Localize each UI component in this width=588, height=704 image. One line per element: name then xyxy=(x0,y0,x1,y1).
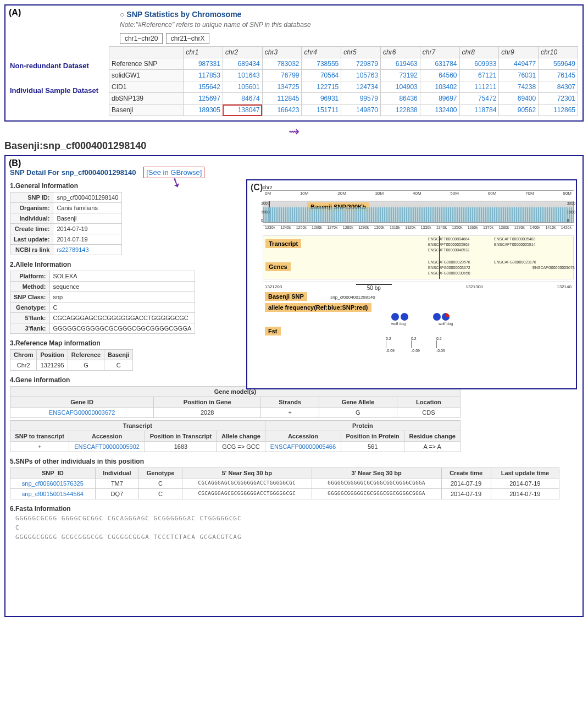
gene-lbl-9[interactable]: ENSCAFG00000003678 xyxy=(532,266,575,270)
stats-cell[interactable]: 96931 xyxy=(302,93,341,105)
tick: 1380k xyxy=(498,226,509,235)
other-cell: snp_cf0015001544564 xyxy=(10,489,96,499)
stats-cell[interactable]: 738555 xyxy=(302,58,341,70)
other-cell: TM7 xyxy=(95,479,139,489)
gene-id-link[interactable]: ENSCAFG00000003672 xyxy=(49,409,115,416)
gh24: Accession xyxy=(265,431,341,442)
stats-cell[interactable]: 783032 xyxy=(262,58,302,70)
stats-cell[interactable]: 70564 xyxy=(302,70,341,81)
general-table-lbl-0: SNP ID: xyxy=(10,193,53,203)
stats-cell[interactable]: 134725 xyxy=(262,81,302,93)
stats-cell[interactable]: 118784 xyxy=(459,105,499,116)
ncbi-link[interactable]: rs22789143 xyxy=(57,246,88,253)
transcript-link[interactable]: ENSCAFT00000005902 xyxy=(74,443,140,450)
stats-cell[interactable]: 84674 xyxy=(223,93,262,105)
stats-cell[interactable]: 122838 xyxy=(381,105,420,116)
gene-lbl-3[interactable]: ENSCAFT00000035483 xyxy=(494,237,536,241)
panel-b-label: (B) xyxy=(9,158,21,168)
allele-table-lbl-1: Method: xyxy=(10,282,50,292)
other-h-3: 5' Near Seq 30 bp xyxy=(182,468,312,479)
stats-cell[interactable]: 89697 xyxy=(420,93,459,105)
stats-cell[interactable]: 124734 xyxy=(341,81,381,93)
stats-cell[interactable]: 559649 xyxy=(539,58,578,70)
stats-cell[interactable]: 117853 xyxy=(184,70,223,81)
stats-col-7: chr7 xyxy=(420,47,459,58)
stats-cell[interactable]: 76145 xyxy=(539,70,578,81)
refmap-c0: Chr2 xyxy=(10,360,37,371)
stats-cell[interactable]: 987331 xyxy=(184,58,223,70)
tick: 1230k xyxy=(265,226,275,235)
stats-cell[interactable]: 149870 xyxy=(341,105,381,116)
stats-cell[interactable]: 138047 xyxy=(223,105,262,116)
fst3: -0.09 xyxy=(411,349,420,353)
gene-lbl-6[interactable]: ENSCAFG00000003672 xyxy=(428,266,470,270)
refmap-c3: C xyxy=(104,360,133,371)
stats-cell[interactable]: 84307 xyxy=(539,81,578,93)
stats-cell[interactable]: 86436 xyxy=(381,93,420,105)
stats-cell[interactable]: 105601 xyxy=(223,81,262,93)
stats-cell[interactable]: 166423 xyxy=(262,105,302,116)
snp-marker-label[interactable]: snp_cf0004001298140 xyxy=(330,295,375,300)
stats-cell[interactable]: 122715 xyxy=(302,81,341,93)
stats-cell[interactable]: 609933 xyxy=(459,58,499,70)
stats-cell[interactable]: 64560 xyxy=(420,70,459,81)
protein-link[interactable]: ENSCAFP00000005466 xyxy=(270,443,336,450)
stats-cell[interactable]: 76799 xyxy=(262,70,302,81)
stats-cell[interactable]: 112865 xyxy=(539,105,578,116)
allele-table-lbl-2: SNP Class: xyxy=(10,292,50,302)
tick-b2: 132140 xyxy=(557,284,572,291)
stats-cell[interactable]: 74238 xyxy=(499,81,539,93)
stats-cell[interactable]: 90562 xyxy=(499,105,539,116)
gene-lbl-0[interactable]: ENSCAFT00000004664 xyxy=(428,237,470,241)
other-snp-link[interactable]: snp_cf0015001544564 xyxy=(22,491,84,497)
gene-lbl-4[interactable]: ENSCAFT00000005914 xyxy=(494,243,536,246)
stats-cell[interactable]: 189305 xyxy=(184,105,223,116)
ref-dot-icon3 xyxy=(433,313,441,321)
stats-cell[interactable]: 111211 xyxy=(459,81,499,93)
stats-col-4: chr4 xyxy=(302,47,341,58)
stats-cell[interactable]: 125697 xyxy=(184,93,223,105)
gene-lbl-5[interactable]: ENSCAFG00000029576 xyxy=(428,260,470,264)
grp0: wolf dog xyxy=(391,322,406,326)
stats-cell[interactable]: 103402 xyxy=(420,81,459,93)
ruler-mid: 1230k1240k1250k1260k1270k1280k1290k1300k… xyxy=(263,225,574,235)
stats-cell[interactable]: 112845 xyxy=(262,93,302,105)
stats-rowhead-4: Basenji xyxy=(109,105,184,116)
stats-cell[interactable]: 132400 xyxy=(420,105,459,116)
tick: 70M xyxy=(525,191,534,201)
refmap-h0: Chrom xyxy=(10,350,37,360)
stats-cell[interactable]: 105763 xyxy=(341,70,381,81)
stats-cell[interactable]: 619463 xyxy=(381,58,420,70)
stats-cell[interactable]: 75472 xyxy=(459,93,499,105)
stats-cell[interactable]: 99579 xyxy=(341,93,381,105)
stats-cell[interactable]: 72301 xyxy=(539,93,578,105)
tick: 1350k xyxy=(452,226,462,235)
stats-cell[interactable]: 104903 xyxy=(381,81,420,93)
gc23: GCG => GCC xyxy=(217,442,265,452)
stats-cell[interactable]: 73192 xyxy=(381,70,420,81)
stats-cell[interactable]: 69400 xyxy=(499,93,539,105)
stats-cell[interactable]: 631784 xyxy=(420,58,459,70)
tick: 1400k xyxy=(530,226,540,235)
stats-cell[interactable]: 729879 xyxy=(341,58,381,70)
gene-lbl-1[interactable]: ENSCAFT00000005902 xyxy=(428,243,470,246)
stats-cell[interactable]: 67121 xyxy=(459,70,499,81)
allele-head: 2.Allele Information xyxy=(10,261,230,268)
stats-cell[interactable]: 155642 xyxy=(184,81,223,93)
gene-lbl-8[interactable]: ENSCAFG00000023176 xyxy=(494,260,536,264)
stats-cell[interactable]: 151711 xyxy=(302,105,341,116)
gene-lbl-2[interactable]: ENSCAFT00000040532 xyxy=(428,248,470,252)
stats-cell[interactable]: 101643 xyxy=(223,70,262,81)
gene-lbl-7[interactable]: ENSCAFG00000030650 xyxy=(428,271,470,275)
other-cell: GGGGGCGGGGGCGCGGGCGGCGGGGCGGGA xyxy=(312,479,441,489)
tab-chr1-20[interactable]: chr1~chr20 xyxy=(120,33,163,44)
stats-cell[interactable]: 689434 xyxy=(223,58,262,70)
gh10: Gene ID xyxy=(10,397,154,408)
stats-cell[interactable]: 76031 xyxy=(499,70,539,81)
tab-chr21-x[interactable]: chr21~chrX xyxy=(166,33,210,44)
fst1: -0.09 xyxy=(386,349,395,353)
stats-cell[interactable]: 449477 xyxy=(499,58,539,70)
other-snp-link[interactable]: snp_cf0066001576325 xyxy=(22,480,84,487)
tick: 1390k xyxy=(514,226,525,235)
gh25: Position in Protein xyxy=(341,431,404,442)
